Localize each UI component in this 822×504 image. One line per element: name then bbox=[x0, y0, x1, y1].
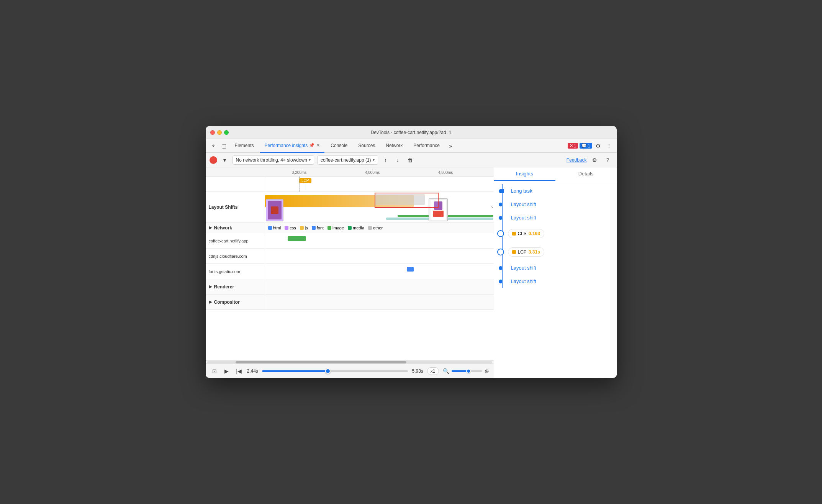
skip-to-start-button[interactable]: |◀ bbox=[235, 367, 243, 375]
tab-insights[interactable]: Insights bbox=[494, 167, 555, 181]
dot-3 bbox=[499, 216, 503, 220]
zoom-in-icon[interactable]: ⊕ bbox=[485, 368, 489, 374]
upload-icon[interactable]: ↑ bbox=[381, 155, 390, 165]
media-label: media bbox=[353, 226, 364, 230]
traffic-lights bbox=[210, 130, 229, 135]
legend-font: font bbox=[312, 226, 324, 230]
throttling-dropdown[interactable]: No network throttling, 4× slowdown ▾ bbox=[233, 155, 314, 165]
playback-thumb[interactable] bbox=[325, 368, 331, 374]
renderer-content bbox=[265, 279, 494, 294]
long-task-item: Long task bbox=[508, 184, 617, 198]
media-color bbox=[348, 226, 352, 230]
layout-shift-4-item: Layout shift bbox=[508, 275, 617, 288]
maximize-button[interactable] bbox=[224, 130, 229, 135]
layout-shift-3-link[interactable]: Layout shift bbox=[511, 265, 537, 271]
lcp-line bbox=[305, 183, 305, 190]
ruler-tick-1: 3,200ms bbox=[292, 170, 306, 175]
playback-bar: ⊡ ▶ |◀ 2.44s 5.93s x1 🔍 ⊕ bbox=[206, 363, 494, 378]
layout-shift-1-item: Layout shift bbox=[508, 198, 617, 211]
scrollbar-thumb[interactable] bbox=[236, 361, 406, 363]
legend-other: other bbox=[368, 226, 383, 230]
tab-sources[interactable]: Sources bbox=[354, 139, 380, 153]
long-task-link[interactable]: Long task bbox=[511, 188, 532, 194]
network-row-1: coffee-cart.netlify.app bbox=[206, 233, 494, 249]
zoom-slider[interactable] bbox=[452, 370, 482, 372]
secondary-toolbar: ▾ No network throttling, 4× slowdown ▾ c… bbox=[206, 153, 617, 167]
timeline-scrollbar[interactable] bbox=[206, 360, 494, 363]
tab-elements[interactable]: Elements bbox=[230, 139, 259, 153]
lcp-marker: LCP bbox=[299, 178, 311, 190]
scrollbar-track bbox=[207, 361, 492, 363]
close-button[interactable] bbox=[210, 130, 215, 135]
lcp-label-badge: LCP bbox=[518, 249, 527, 255]
record-button[interactable] bbox=[210, 156, 217, 164]
network-label[interactable]: ▶ Network bbox=[206, 223, 265, 233]
tab-details[interactable]: Details bbox=[555, 167, 617, 181]
feedback-link[interactable]: Feedback bbox=[567, 157, 587, 163]
tab-performance[interactable]: Performance bbox=[409, 139, 444, 153]
zoom-out-icon[interactable]: 🔍 bbox=[443, 368, 449, 374]
screenshot-view-icon[interactable]: ⊡ bbox=[210, 367, 219, 375]
left-panel: 3,200ms 4,000ms 4,800ms LCP bbox=[206, 167, 494, 378]
insights-list: Long task Layout shift Layout shift bbox=[494, 181, 617, 378]
download-icon[interactable]: ↓ bbox=[393, 155, 403, 165]
legend-html: html bbox=[268, 226, 281, 230]
right-panel: Insights Details Long task bbox=[494, 167, 617, 378]
tab-network[interactable]: Network bbox=[381, 139, 407, 153]
lcp-dot bbox=[512, 250, 516, 254]
insights-timeline: Long task Layout shift Layout shift bbox=[494, 184, 617, 288]
dashed-line-lcp bbox=[299, 177, 300, 191]
settings-icon[interactable]: ⚙ bbox=[594, 141, 603, 151]
renderer-label[interactable]: ▶ Renderer bbox=[206, 279, 265, 294]
pin-icon: 📌 bbox=[309, 143, 314, 148]
image-color bbox=[327, 226, 331, 230]
play-button[interactable]: ▶ bbox=[223, 367, 231, 375]
tab-performance-insights[interactable]: Performance insights 📌 ✕ bbox=[260, 139, 325, 153]
legend-media: media bbox=[348, 226, 364, 230]
timeline-rows: LCP Layout Shifts bbox=[206, 177, 494, 360]
playback-end-time: 5.93s bbox=[412, 368, 423, 374]
tab-close-icon[interactable]: ✕ bbox=[316, 143, 320, 148]
screenshot-left[interactable] bbox=[266, 199, 283, 221]
error-count: 1 bbox=[574, 144, 576, 148]
error-badge[interactable]: ✕ 1 bbox=[568, 143, 578, 149]
dot-2 bbox=[499, 203, 503, 206]
minimize-button[interactable] bbox=[217, 130, 222, 135]
lcp-row-content: LCP bbox=[265, 177, 494, 191]
cursor-icon[interactable]: ⌖ bbox=[209, 141, 218, 151]
help-icon[interactable]: ? bbox=[603, 155, 613, 165]
network-row-2: cdnjs.cloudflare.com bbox=[206, 249, 494, 264]
cls-label: CLS bbox=[518, 231, 527, 236]
compositor-expand-icon: ▶ bbox=[209, 299, 212, 304]
layout-shifts-label: Layout Shifts bbox=[206, 192, 265, 222]
playback-slider[interactable] bbox=[262, 370, 408, 372]
layout-shift-2-link[interactable]: Layout shift bbox=[511, 215, 537, 221]
css-color bbox=[285, 226, 288, 230]
tab-console[interactable]: Console bbox=[326, 139, 352, 153]
speed-badge[interactable]: x1 bbox=[427, 367, 439, 375]
html-color bbox=[268, 226, 272, 230]
zoom-thumb[interactable] bbox=[466, 369, 471, 373]
cls-badge: CLS 0.193 bbox=[508, 229, 544, 238]
network-host-3: fonts.gstatic.com bbox=[206, 264, 265, 279]
compositor-label[interactable]: ▶ Compositor bbox=[206, 295, 265, 309]
chat-badge[interactable]: 💬 1 bbox=[580, 143, 592, 149]
inspect-icon[interactable]: ⬚ bbox=[219, 141, 229, 151]
cls-dot bbox=[512, 232, 516, 236]
expand-icon[interactable]: › bbox=[491, 205, 493, 210]
lcp-value: 3.31s bbox=[529, 249, 540, 255]
layout-shift-4-link[interactable]: Layout shift bbox=[511, 278, 537, 284]
error-icon: ✕ bbox=[570, 143, 573, 148]
more-options-icon[interactable]: ⋮ bbox=[604, 141, 614, 151]
target-dropdown[interactable]: coffee-cart.netlify.app (1) ▾ bbox=[317, 155, 378, 165]
cls-circle-marker bbox=[497, 230, 504, 237]
window-title: DevTools - coffee-cart.netlify.app/?ad=1 bbox=[371, 130, 452, 135]
html-label: html bbox=[273, 226, 281, 230]
settings2-icon[interactable]: ⚙ bbox=[590, 155, 600, 165]
layout-shift-1-link[interactable]: Layout shift bbox=[511, 201, 537, 207]
cls-badge-row: CLS 0.193 bbox=[508, 224, 617, 243]
record-dropdown-icon[interactable]: ▾ bbox=[220, 155, 229, 165]
more-tabs-icon[interactable]: » bbox=[446, 141, 455, 151]
lcp-badge-row-badge: LCP 3.31s bbox=[508, 247, 544, 257]
delete-icon[interactable]: 🗑 bbox=[406, 155, 415, 165]
